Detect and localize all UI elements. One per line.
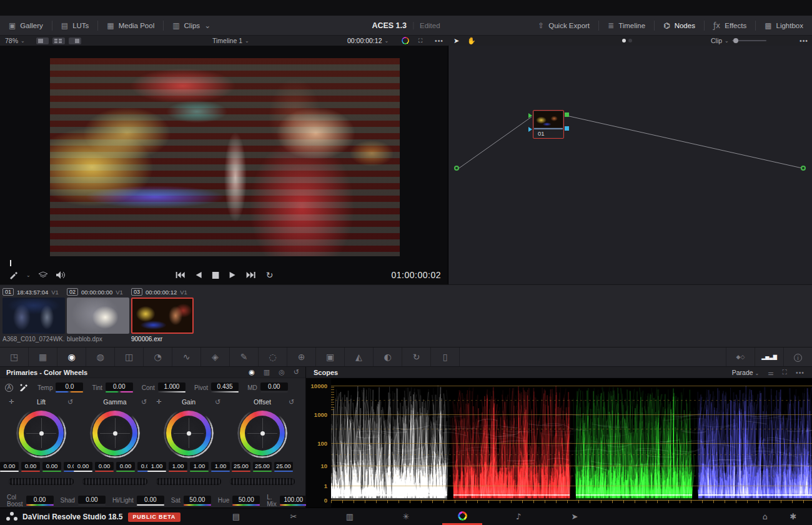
scope-settings-icon[interactable]: ⚌ [768,369,773,376]
log-mode-icon[interactable]: ◎ [279,368,285,376]
value-field[interactable]: 0.00 [106,382,133,391]
wheel-reset-icon[interactable]: ↺ [289,398,294,406]
top-button-effects[interactable]: ƒxEffects [705,16,755,35]
wheel-reset-icon[interactable]: ↺ [141,398,147,406]
node-rgb-input-port[interactable] [528,113,532,118]
keyframes-icon[interactable]: ◆◇ [726,348,755,366]
node-pan-tool-icon[interactable]: ✋ [467,36,476,46]
qualifier-icon[interactable]: ✎ [230,348,259,366]
top-button-lightbox[interactable]: ▩Lightbox [756,16,812,35]
wheel-reset-icon[interactable]: ↺ [67,398,73,406]
gain-value-0[interactable]: 1.00 [147,462,166,472]
value-field[interactable]: 50.00 [184,496,211,504]
scope-options-icon[interactable]: ••• [796,369,805,376]
project-settings-gear-icon[interactable]: ✱ [781,508,806,525]
blur-icon[interactable]: ◭ [345,348,374,366]
expand-viewer-icon[interactable]: ⛶ [418,36,422,46]
lift-value-2[interactable]: 0.00 [42,462,61,472]
lift-value-0[interactable]: 0.00 [0,462,19,472]
page-tab-fusion[interactable]: ✳ [386,508,426,525]
key-icon[interactable]: ◐ [374,348,402,366]
master-wheel-slider-offset[interactable] [230,478,295,485]
value-field[interactable]: 0.00 [137,496,164,504]
value-field[interactable]: 0.00 [78,496,106,504]
clip-thumbnail[interactable] [67,298,129,334]
clip-thumbnail[interactable] [2,298,65,334]
node-graph-mode-select[interactable]: Clip⌄ [711,36,729,46]
scopes-icon[interactable]: ▂▅▃▇ [755,348,783,366]
value-field[interactable]: 1.000 [158,382,186,391]
viewer-layout-grid-icon[interactable] [52,36,65,46]
power-window-icon[interactable]: ◌ [259,348,287,366]
play-reverse-icon[interactable] [196,271,202,279]
go-to-last-frame-icon[interactable] [246,271,256,279]
node-rgb-output-port[interactable] [565,112,569,117]
color-wheel-gamma[interactable] [92,411,137,456]
gamma-value-1[interactable]: 0.00 [95,462,114,472]
bypass-grades-icon[interactable] [402,36,409,46]
node-select-tool-icon[interactable]: ➤ [453,36,459,46]
top-button-clips[interactable]: ▥Clips⌄ [164,16,219,35]
master-wheel-slider-gamma[interactable] [82,478,147,485]
chevron-down-icon[interactable]: ⌄ [26,272,31,278]
node-key-input-port[interactable] [528,127,532,132]
master-wheel-slider-lift[interactable] [9,478,74,485]
clip-item-03[interactable]: 0300:00:00:12V1900006.exr [131,288,194,342]
sizing-icon[interactable]: ▦ [29,348,57,366]
wheel-reset-icon[interactable]: ↺ [215,398,220,406]
viewer-options-menu-icon[interactable]: ••• [435,36,443,46]
auto-balance-icon[interactable]: A [5,384,13,392]
offset-value-0[interactable]: 25.00 [232,462,250,472]
wipe-modes-icon[interactable] [38,271,48,279]
scope-mode-select[interactable]: Parade ⌄ [732,369,759,376]
offset-value-1[interactable]: 25.00 [253,462,272,472]
page-tab-edit[interactable]: ▥ [330,508,370,525]
page-tab-deliver[interactable]: ➤ [555,508,595,525]
scope-expand-icon[interactable]: ⛶ [783,368,787,376]
value-field[interactable]: 50.00 [232,496,260,504]
stop-icon[interactable] [212,272,219,279]
node-tree-output-port[interactable] [801,166,806,171]
value-field[interactable]: 0.00 [26,496,54,504]
wheel-picker-icon[interactable]: ✛ [156,398,161,405]
loop-playback-icon[interactable]: ↻ [266,270,274,280]
bars-mode-icon[interactable]: ▥ [264,368,270,376]
page-tab-color[interactable] [442,508,482,525]
offset-value-2[interactable]: 25.00 [274,462,293,472]
wheel-picker-icon[interactable]: ✛ [9,398,14,405]
reset-icon[interactable]: ↺ [294,368,299,376]
gain-value-3[interactable]: 1.00 [211,462,230,472]
viewer-zoom-select[interactable]: 78%⌄ [5,36,25,46]
go-to-first-frame-icon[interactable] [176,271,186,279]
page-tab-cut[interactable]: ✂ [274,508,314,525]
master-wheel-slider-gain[interactable] [156,478,221,485]
color-slice-icon[interactable]: ◔ [144,348,172,366]
node-graph-panel[interactable]: 01 [448,46,812,284]
value-field[interactable]: 0.0 [56,382,83,391]
audio-mute-icon[interactable] [56,271,66,279]
timeline-select[interactable]: Timeline 1⌄ [212,36,249,46]
color-wheel-lift[interactable] [19,411,64,456]
curves-icon[interactable]: ∿ [172,348,201,366]
top-button-media-pool[interactable]: ▦Media Pool [98,16,163,35]
viewer-jog-bar[interactable] [9,261,440,265]
top-button-luts[interactable]: ▤LUTs [52,16,98,35]
stereo-3d-icon[interactable]: ▯ [431,348,460,366]
viewer-layout-single-icon[interactable] [36,36,49,46]
node-zoom-slider[interactable] [732,36,766,46]
white-balance-picker-icon[interactable] [19,383,29,392]
color-bars-icon[interactable]: ◫ [115,348,144,366]
gamma-value-2[interactable]: 0.00 [116,462,135,472]
page-tab-fairlight[interactable]: ♪ [498,508,538,525]
clip-thumbnail[interactable] [131,298,194,334]
color-warper-icon[interactable]: ◈ [201,348,230,366]
top-button-nodes[interactable]: ⌬Nodes [655,16,704,35]
color-wheels-icon[interactable]: ◉ [57,348,86,366]
wheels-mode-icon[interactable]: ◉ [249,368,255,376]
top-button-timeline[interactable]: ≣Timeline [599,16,654,35]
value-field[interactable]: 100.00 [280,496,307,504]
clip-timecode-select[interactable]: 00:00:00:12⌄ [347,36,389,46]
magic-mask-icon[interactable]: ▣ [316,348,345,366]
viewer-image[interactable] [50,58,400,256]
source-input-port[interactable] [454,166,459,171]
